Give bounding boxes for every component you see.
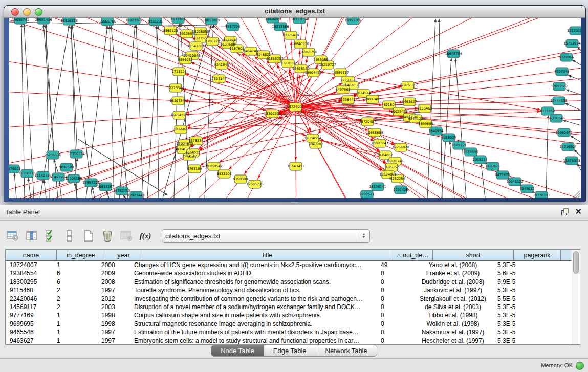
column-header-out_de[interactable]: △out_de… bbox=[393, 250, 433, 260]
tab-network-table[interactable]: Network Table bbox=[316, 345, 377, 356]
table-cell[interactable]: 6 bbox=[53, 278, 97, 286]
table-cell[interactable]: Dudbridge et al. (2008) bbox=[412, 278, 493, 286]
table-cell[interactable]: 1 bbox=[53, 320, 97, 328]
new-file-icon[interactable] bbox=[81, 228, 96, 244]
table-cell[interactable]: Nakamura et al. (1997) bbox=[412, 328, 493, 336]
window-titlebar[interactable]: citations_edges.txt bbox=[4, 6, 585, 18]
memory-status-icon[interactable] bbox=[576, 362, 584, 370]
table-cell[interactable]: Genome-wide association studies in ADHD. bbox=[130, 269, 377, 277]
column-header-in_degree[interactable]: in_degree bbox=[57, 250, 105, 260]
table-cell[interactable]: 2 bbox=[53, 303, 97, 311]
column-header-title[interactable]: title bbox=[142, 250, 393, 260]
table-cell[interactable]: 19384554 bbox=[6, 269, 53, 277]
float-window-icon[interactable] bbox=[561, 208, 569, 216]
table-cell[interactable]: 9463627 bbox=[6, 337, 53, 344]
table-row[interactable]: 969969511998Structural magnetic resonanc… bbox=[6, 320, 572, 328]
table-cell[interactable]: 9115460 bbox=[6, 286, 53, 294]
table-cell[interactable]: 2012 bbox=[97, 295, 130, 303]
table-settings-icon[interactable] bbox=[5, 228, 20, 244]
table-cell[interactable]: 5.6E-5 bbox=[493, 269, 536, 277]
table-cell[interactable]: 2009 bbox=[97, 269, 130, 277]
table-row[interactable]: 1830029562008Estimation of significance … bbox=[6, 278, 572, 286]
table-cell[interactable]: 0 bbox=[377, 337, 412, 344]
table-cell[interactable]: 9465546 bbox=[6, 328, 53, 336]
table-cell[interactable]: 5.3E-5 bbox=[493, 311, 536, 319]
column-header-short[interactable]: short bbox=[433, 250, 514, 260]
tab-edge-table[interactable]: Edge Table bbox=[264, 345, 316, 356]
table-cell[interactable]: 9777169 bbox=[6, 311, 53, 319]
table-cell[interactable]: 1998 bbox=[97, 311, 130, 319]
table-cell[interactable]: Structural magnetic resonance image aver… bbox=[130, 320, 377, 328]
table-cell[interactable]: 22420046 bbox=[6, 295, 53, 303]
table-cell[interactable]: 14569117 bbox=[6, 303, 53, 311]
table-cell[interactable]: 1997 bbox=[97, 286, 130, 294]
column-header-pagerank[interactable]: pagerank bbox=[514, 250, 561, 260]
table-cell[interactable]: 2003 bbox=[97, 303, 130, 311]
function-builder-icon[interactable]: f(x) bbox=[138, 228, 153, 244]
table-cell[interactable]: 1 bbox=[53, 328, 97, 336]
table-cell[interactable]: 5.3E-5 bbox=[493, 286, 536, 294]
network-file-select[interactable]: citations_edges.txt▲▼ bbox=[162, 229, 370, 243]
table-cell[interactable]: 18300295 bbox=[6, 278, 53, 286]
table-cell[interactable]: 2 bbox=[53, 295, 97, 303]
table-cell[interactable]: 9699695 bbox=[6, 320, 53, 328]
table-cell[interactable]: 2008 bbox=[97, 278, 130, 286]
table-cell[interactable]: Disruption of a novel member of a sodium… bbox=[130, 303, 377, 311]
table-cell[interactable]: 0 bbox=[377, 269, 412, 277]
resize-grip-icon[interactable] bbox=[578, 196, 580, 198]
table-cell[interactable]: 18724007 bbox=[6, 261, 53, 269]
table-cell[interactable]: Stergiakouli et al. (2012) bbox=[412, 295, 493, 303]
table-cell[interactable]: 1 bbox=[53, 311, 97, 319]
table-scrollbar[interactable] bbox=[572, 250, 580, 344]
table-cell[interactable]: 0 bbox=[377, 320, 412, 328]
table-cell[interactable]: Jankovic et al. (1997) bbox=[412, 286, 493, 294]
table-cell[interactable]: 5.9E-5 bbox=[493, 278, 536, 286]
table-cell[interactable]: Changes of HCN gene expression and I(f) … bbox=[130, 261, 377, 269]
panel-close-icon[interactable]: ✕ bbox=[575, 208, 582, 216]
table-row[interactable]: 1456911722003Disruption of a novel membe… bbox=[6, 303, 572, 311]
table-cell[interactable]: Tourette syndrome. Phenomenology and cla… bbox=[130, 286, 377, 294]
table-cell[interactable]: 5.3E-5 bbox=[493, 303, 536, 311]
table-cell[interactable]: 1 bbox=[53, 337, 97, 344]
table-cell[interactable]: 0 bbox=[377, 295, 412, 303]
table-cell[interactable]: 1 bbox=[53, 261, 97, 269]
table-cell[interactable]: 1997 bbox=[97, 337, 130, 344]
table-cell[interactable]: 5.3E-5 bbox=[493, 337, 536, 344]
table-cell[interactable]: 5.3E-5 bbox=[493, 261, 536, 269]
table-row[interactable]: 977716911998Corpus callosum shape and si… bbox=[6, 311, 572, 319]
table-cell[interactable]: 49 bbox=[377, 261, 412, 269]
table-cell[interactable]: Estimation of significance thresholds fo… bbox=[130, 278, 377, 286]
table-cell[interactable]: 2008 bbox=[97, 261, 130, 269]
column-visibility-icon[interactable] bbox=[24, 228, 39, 244]
network-canvas[interactable]: 1905574120691406168163161566676618923567… bbox=[9, 18, 581, 198]
table-cell[interactable]: 5.5E-5 bbox=[493, 295, 536, 303]
table-cell[interactable]: 5.3E-5 bbox=[493, 320, 536, 328]
table-cell[interactable]: Embryonic stem cells: a model to study s… bbox=[130, 337, 377, 344]
column-header-name[interactable]: name bbox=[6, 250, 57, 260]
table-row[interactable]: 911546021997Tourette syndrome. Phenomeno… bbox=[6, 286, 572, 294]
table-cell[interactable]: 0 bbox=[377, 311, 412, 319]
table-cell[interactable]: Yano et al. (2008) bbox=[412, 261, 493, 269]
table-cell[interactable]: 2 bbox=[53, 286, 97, 294]
table-cell[interactable]: 0 bbox=[377, 286, 412, 294]
select-rows-icon[interactable] bbox=[43, 228, 58, 244]
table-cell[interactable]: 1998 bbox=[97, 320, 130, 328]
table-cell[interactable]: Wolkin et al. (1998) bbox=[412, 320, 493, 328]
table-row[interactable]: 1872400712008Changes of HCN gene express… bbox=[6, 261, 572, 269]
column-header-year[interactable]: year bbox=[105, 250, 142, 260]
table-cell[interactable]: 6 bbox=[53, 269, 97, 277]
table-row[interactable]: 946554611997Estimation of the future num… bbox=[6, 328, 572, 336]
table-cell[interactable]: Tibbo et al. (1998) bbox=[412, 311, 493, 319]
table-row[interactable]: 2242004622012Investigating the contribut… bbox=[6, 295, 572, 303]
delete-trash-icon[interactable] bbox=[100, 228, 115, 244]
table-row[interactable]: 946362711997Embryonic stem cells: a mode… bbox=[6, 337, 572, 344]
table-cell[interactable]: 5.3E-5 bbox=[493, 328, 536, 336]
table-cell[interactable]: 0 bbox=[377, 303, 412, 311]
table-cell[interactable]: Hescheler et al. (1997) bbox=[412, 337, 493, 344]
scrollbar-thumb[interactable] bbox=[573, 251, 579, 274]
table-cell[interactable]: Estimation of the future numbers of pati… bbox=[130, 328, 377, 336]
table-cell[interactable]: 0 bbox=[377, 278, 412, 286]
table-cell[interactable]: Investigating the contribution of common… bbox=[130, 295, 377, 303]
table-cell[interactable]: 0 bbox=[377, 328, 412, 336]
table-cell[interactable]: Corpus callosum shape and size in male p… bbox=[130, 311, 377, 319]
